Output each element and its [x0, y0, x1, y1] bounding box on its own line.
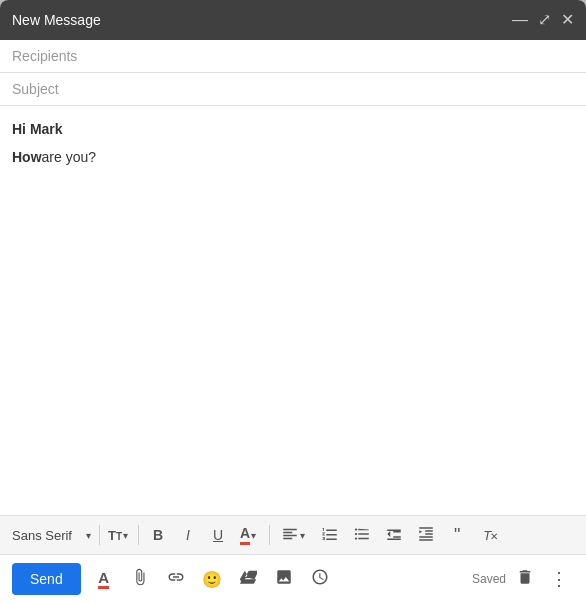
drive-button[interactable] [233, 564, 263, 594]
divider-2 [138, 525, 139, 545]
font-color-icon: A [240, 525, 250, 545]
increase-indent-icon [417, 525, 435, 546]
subject-input[interactable] [12, 81, 574, 97]
recipients-input[interactable] [12, 48, 574, 64]
link-icon [167, 568, 185, 590]
align-arrow: ▾ [300, 530, 305, 541]
font-family-group: Sans Serif Serif Monospace ▾ [8, 526, 93, 545]
photo-button[interactable] [269, 564, 299, 594]
font-family-arrow[interactable]: ▾ [86, 530, 91, 541]
numbered-list-icon [321, 525, 339, 546]
schedule-button[interactable] [305, 564, 335, 594]
saved-label: Saved [472, 572, 506, 586]
action-bar: Send A 🙂 [0, 554, 586, 603]
format-text-icon: A [98, 569, 109, 589]
send-button[interactable]: Send [12, 563, 81, 595]
formatting-toolbar: Sans Serif Serif Monospace ▾ TT ▾ B I U … [0, 515, 586, 554]
bold-button[interactable]: B [145, 522, 171, 548]
remove-formatting-button[interactable]: T✕ [474, 522, 500, 548]
divider-1 [99, 525, 100, 545]
attach-button[interactable] [125, 564, 155, 594]
font-size-button[interactable]: TT ▾ [106, 522, 132, 548]
photo-icon [275, 568, 293, 590]
body-bold-word: How [12, 146, 42, 168]
increase-indent-button[interactable] [412, 522, 440, 548]
bulleted-list-icon [353, 525, 371, 546]
font-color-button[interactable]: A ▾ [235, 522, 263, 548]
align-icon [281, 525, 299, 546]
font-color-arrow: ▾ [251, 530, 256, 541]
recipients-row [0, 40, 586, 73]
emoji-button[interactable]: 🙂 [197, 564, 227, 594]
title-bar: New Message — ⤢ ✕ [0, 0, 586, 40]
decrease-indent-icon [385, 525, 403, 546]
more-options-button[interactable]: ⋮ [544, 564, 574, 594]
window-controls: — ⤢ ✕ [512, 12, 574, 28]
right-action-icons: Saved ⋮ [472, 564, 574, 594]
minimize-button[interactable]: — [512, 12, 528, 28]
numbered-list-button[interactable] [316, 522, 344, 548]
font-family-select[interactable]: Sans Serif Serif Monospace [8, 526, 84, 545]
format-text-icon-button[interactable]: A [89, 564, 119, 594]
align-button[interactable]: ▾ [276, 522, 312, 548]
close-button[interactable]: ✕ [561, 12, 574, 28]
body-rest-text: are you? [42, 146, 96, 168]
bulleted-list-button[interactable] [348, 522, 376, 548]
subject-row [0, 73, 586, 106]
link-button[interactable] [161, 564, 191, 594]
body-greeting: Hi Mark [12, 118, 574, 140]
emoji-icon: 🙂 [202, 570, 222, 589]
more-options-icon: ⋮ [550, 568, 569, 590]
drive-icon [239, 568, 257, 590]
discard-button[interactable] [510, 564, 540, 594]
font-size-arrow: ▾ [123, 530, 128, 541]
underline-button[interactable]: U [205, 522, 231, 548]
font-size-icon: TT [108, 528, 122, 543]
body-line1: How are you? [12, 146, 574, 168]
expand-button[interactable]: ⤢ [538, 12, 551, 28]
window-title: New Message [12, 12, 101, 28]
action-icons: A 🙂 [89, 564, 464, 594]
schedule-icon [311, 568, 329, 590]
compose-window: New Message — ⤢ ✕ Hi Mark How are you? S… [0, 0, 586, 603]
delete-icon [516, 568, 534, 590]
blockquote-button[interactable]: " [444, 522, 470, 548]
blockquote-icon: " [454, 526, 460, 544]
italic-button[interactable]: I [175, 522, 201, 548]
decrease-indent-button[interactable] [380, 522, 408, 548]
attach-icon [131, 568, 149, 590]
message-body[interactable]: Hi Mark How are you? [0, 106, 586, 515]
divider-3 [269, 525, 270, 545]
remove-formatting-icon: T✕ [483, 528, 491, 543]
